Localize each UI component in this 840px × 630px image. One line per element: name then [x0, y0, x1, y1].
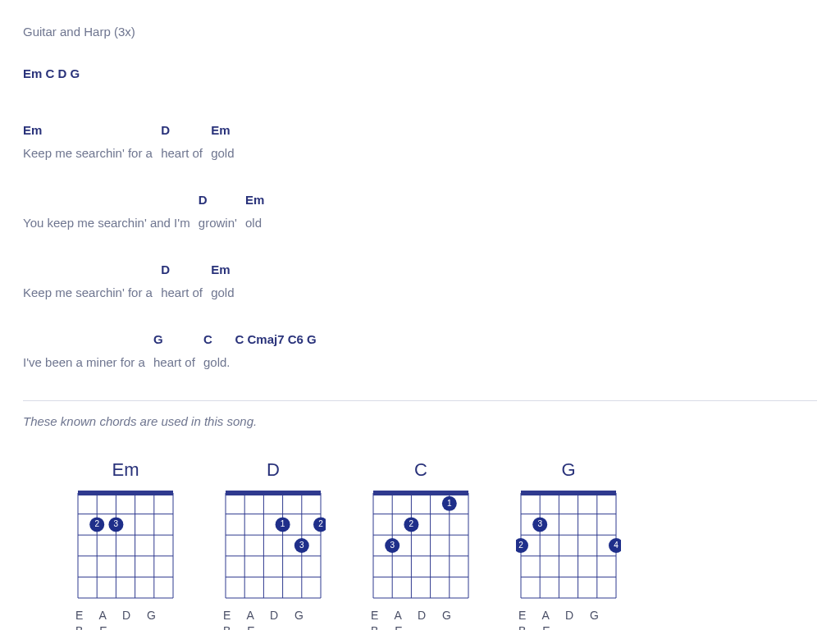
lyric-text: I've been a miner for a	[23, 354, 148, 371]
chord-name: G	[515, 458, 622, 483]
lyric-segment: Dheart of	[161, 261, 206, 301]
lyric-line: You keep me searchin' and I'm Dgrowin' E…	[23, 191, 817, 231]
lyric-segment: Dgrowin'	[199, 191, 240, 231]
chord-label: Em	[211, 261, 234, 276]
lyric-segment: You keep me searchin' and I'm	[23, 191, 194, 231]
chord-label: D	[161, 121, 206, 136]
lyric-line: EmKeep me searchin' for a Dheart of Emgo…	[23, 121, 817, 162]
lyrics-block: EmKeep me searchin' for a Dheart of Emgo…	[23, 121, 817, 371]
chord-label: Em	[23, 121, 156, 136]
tuning-labels: E A D G B E	[72, 608, 179, 630]
chord-label: Em	[211, 121, 234, 136]
tuning-labels: E A D G B E	[220, 608, 326, 630]
lyric-line: Keep me searchin' for a Dheart of Emgold	[23, 261, 817, 301]
lyric-text: gold.	[203, 354, 231, 371]
tuning-labels: E A D G B E	[515, 608, 622, 630]
chord-diagram: Em23E A D G B E	[72, 458, 179, 630]
chord-diagrams-row: Em23E A D G B ED123E A D G B EC123E A D …	[23, 458, 817, 630]
lyric-segment: EmKeep me searchin' for a	[23, 121, 156, 162]
chord-name: Em	[72, 458, 179, 483]
lyric-segment: Emgold	[211, 121, 234, 162]
fretboard-svg: 123	[221, 488, 326, 603]
chord-label	[23, 261, 156, 276]
svg-text:2: 2	[518, 541, 523, 550]
lyric-text: growin'	[199, 214, 240, 231]
lyric-segment: Gheart of	[153, 331, 199, 371]
chord-label: C Cmaj7 C6 G	[235, 331, 317, 345]
lyric-segment: Emold	[245, 191, 264, 231]
svg-text:3: 3	[299, 541, 304, 550]
chord-diagram: D123E A D G B E	[220, 458, 326, 630]
svg-rect-0	[78, 491, 173, 495]
lyric-segment: Keep me searchin' for a	[23, 261, 156, 301]
lyric-segment: Emgold	[211, 261, 234, 301]
tuning-labels: E A D G B E	[368, 608, 474, 630]
fretboard-svg: 23	[73, 488, 178, 603]
svg-text:4: 4	[614, 541, 619, 550]
lyric-text: old	[245, 214, 264, 231]
known-chords-caption: These known chords are used in this song…	[23, 413, 817, 430]
chord-label: G	[153, 331, 199, 345]
lyric-segment: C Cmaj7 C6 G	[235, 331, 317, 371]
chord-label: D	[199, 191, 240, 206]
svg-text:1: 1	[447, 499, 452, 508]
svg-text:1: 1	[281, 519, 285, 528]
chord-diagram: G324E A D G B E	[515, 458, 622, 630]
lyric-text: You keep me searchin' and I'm	[23, 214, 194, 231]
svg-rect-16	[226, 491, 321, 495]
intro-chords: Em C D G	[23, 65, 817, 82]
svg-text:3: 3	[390, 541, 395, 550]
chord-name: C	[368, 458, 474, 483]
chord-label: D	[161, 261, 206, 276]
lyric-text: Keep me searchin' for a	[23, 144, 156, 162]
lyric-segment: I've been a miner for a	[23, 331, 148, 371]
lyric-text: gold	[211, 284, 234, 301]
fretboard-svg: 324	[516, 488, 621, 603]
svg-text:2: 2	[94, 519, 99, 528]
svg-text:3: 3	[537, 519, 542, 528]
chord-label	[23, 191, 194, 206]
chord-label: Em	[245, 191, 264, 206]
svg-rect-34	[373, 491, 468, 495]
lyric-text: heart of	[161, 144, 206, 162]
chord-label	[23, 331, 148, 345]
divider	[23, 400, 817, 401]
lyric-segment: Dheart of	[161, 121, 206, 162]
fretboard-svg: 123	[368, 488, 473, 603]
chord-name: D	[220, 458, 326, 483]
lyric-text: gold	[211, 144, 234, 162]
chord-label: C	[203, 331, 231, 345]
svg-rect-52	[521, 491, 616, 495]
lyric-segment: Cgold.	[203, 331, 231, 371]
chord-diagram: C123E A D G B E	[368, 458, 474, 630]
svg-text:2: 2	[318, 519, 323, 528]
intro-instruction: Guitar and Harp (3x)	[23, 23, 817, 40]
lyric-text: heart of	[153, 354, 199, 371]
lyric-text: heart of	[161, 284, 206, 301]
svg-text:2: 2	[409, 519, 414, 528]
lyric-line: I've been a miner for a Gheart of Cgold.…	[23, 331, 817, 371]
lyric-text: Keep me searchin' for a	[23, 284, 156, 301]
svg-text:3: 3	[114, 519, 119, 528]
